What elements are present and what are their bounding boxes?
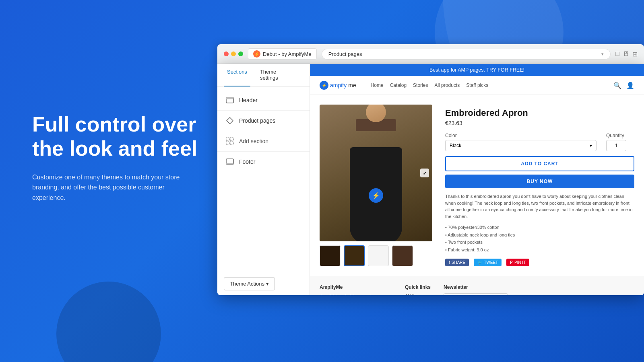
svg-rect-5 (226, 142, 229, 145)
share-facebook-button[interactable]: f SHARE (445, 259, 469, 266)
footer-col3-title: Newsletter (444, 284, 508, 290)
view-icon-2[interactable]: 🖥 (623, 50, 629, 58)
footer-label: Footer (239, 158, 255, 165)
product-bullets: 70% polyester/30% cotton Adjustable neck… (445, 224, 634, 254)
url-arrow-icon: ▾ (601, 51, 604, 57)
expand-button[interactable]: ⤢ (420, 169, 429, 177)
theme-editor-sidebar: Sections Theme settings Header (217, 64, 310, 295)
theme-name-label: Debut - by AmpifyMe (263, 51, 312, 57)
thumbnail-4[interactable] (392, 245, 413, 266)
svg-rect-3 (226, 138, 229, 141)
logo-text-blue: ampify (330, 82, 347, 88)
store-logo: ⚡ ampifyme (320, 81, 356, 90)
tab-theme-settings[interactable]: Theme settings (257, 64, 297, 86)
apron-silhouette: ⚡ (350, 147, 402, 241)
color-value: Black (450, 143, 461, 148)
product-options: Color Black ▾ Quantity 1 (445, 133, 634, 151)
store-nav-links: Home Catalog Stories All products Staff … (371, 82, 489, 88)
browser-chrome: ⚡ Debut - by AmpifyMe Product pages ▾ □ … (217, 44, 644, 64)
svg-rect-6 (230, 142, 233, 145)
share-pinterest-button[interactable]: P PIN IT (506, 259, 529, 266)
store-footer: AmpifyMe AmpifyMe is helping merchants c… (310, 276, 644, 295)
add-to-cart-button[interactable]: ADD TO CART (445, 156, 634, 171)
view-icon-3[interactable]: ⊞ (632, 50, 638, 58)
qty-option-group: Quantity 1 (606, 133, 634, 151)
product-pages-label: Product pages (239, 117, 275, 124)
sidebar-items-list: Header Product pages (217, 87, 310, 272)
product-price: €23.63 (445, 120, 634, 126)
nav-link-stories[interactable]: Stories (413, 82, 428, 88)
account-icon[interactable]: 👤 (626, 82, 634, 89)
thumbnail-3[interactable] (368, 245, 389, 266)
product-section: ⚡ ⤢ Embro (310, 95, 644, 276)
footer-col-ampifyme: AmpifyMe AmpifyMe is helping merchants c… (320, 284, 392, 295)
product-main-image: ⚡ ⤢ (320, 105, 432, 241)
bullet-3: Two front pockets (445, 239, 634, 246)
share-tw-label: TWEET (484, 260, 498, 265)
sub-text: Customize one of many themes to match yo… (32, 172, 185, 203)
search-icon[interactable]: 🔍 (613, 82, 621, 89)
store-preview-area: Best app for AMP pages. TRY FOR FREE! ⚡ … (310, 64, 644, 295)
maximize-button[interactable] (238, 51, 243, 56)
close-button[interactable] (224, 51, 229, 56)
bullet-4: Fabric weight: 9.0 oz (445, 246, 634, 254)
nav-link-staff-picks[interactable]: Staff picks (466, 82, 488, 88)
view-icon-1[interactable]: □ (615, 50, 619, 58)
window-controls (224, 51, 243, 56)
footer-link-amp[interactable]: AMP (405, 293, 431, 295)
product-description: Thanks to this embroidered apron you don… (445, 193, 634, 220)
footer-col1-title: AmpifyMe (320, 284, 392, 290)
footer-col2-title: Quick links (405, 284, 431, 290)
bullet-1: 70% polyester/30% cotton (445, 224, 634, 231)
nav-link-home[interactable]: Home (371, 82, 384, 88)
color-dropdown-arrow: ▾ (590, 143, 592, 148)
sidebar-item-add-section[interactable]: Add section (217, 131, 310, 152)
product-thumbnails (320, 245, 432, 266)
share-fb-label: SHARE (452, 260, 465, 265)
share-twitter-button[interactable]: 🐦 TWEET (474, 259, 502, 266)
main-heading: Full control over the look and feel (32, 113, 225, 161)
sidebar-item-footer[interactable]: Footer (217, 152, 310, 172)
store-nav-right-icons: 🔍 👤 (613, 82, 634, 89)
twitter-icon: 🐦 (477, 260, 482, 265)
share-pin-label: PIN IT (514, 260, 526, 265)
browser-body: Sections Theme settings Header (217, 64, 644, 295)
sidebar-item-product-pages[interactable]: Product pages (217, 111, 310, 131)
theme-actions-button[interactable]: Theme Actions ▾ (224, 277, 275, 290)
color-select[interactable]: Black ▾ (445, 140, 597, 151)
svg-rect-4 (230, 138, 233, 141)
color-option-group: Color Black ▾ (445, 133, 597, 151)
thumbnail-2[interactable] (344, 245, 365, 266)
url-bar[interactable]: Product pages ▾ (322, 49, 611, 60)
footer-col-newsletter: Newsletter SUBSCRIBE (444, 284, 508, 295)
nav-link-catalog[interactable]: Catalog (390, 82, 407, 88)
header-label: Header (239, 97, 258, 103)
footer-icon (225, 157, 234, 166)
diamond-icon (225, 116, 234, 125)
product-info: Embroidered Apron €23.63 Color Black ▾ (445, 105, 634, 266)
store-preview: ⚡ ampifyme Home Catalog Stories All prod… (310, 76, 644, 295)
sidebar-item-header[interactable]: Header (217, 90, 310, 111)
product-images: ⚡ ⤢ (320, 105, 432, 266)
theme-name-box: ⚡ Debut - by AmpifyMe (248, 48, 317, 60)
left-content-section: Full control over the look and feel Cust… (32, 113, 225, 203)
header-icon (225, 96, 234, 105)
nav-link-all-products[interactable]: All products (434, 82, 460, 88)
add-section-icon (225, 137, 234, 146)
promo-banner: Best app for AMP pages. TRY FOR FREE! (310, 64, 644, 76)
logo-icon: ⚡ (320, 81, 328, 90)
pinterest-icon: P (510, 260, 513, 265)
footer-col1-text: AmpifyMe is helping merchants create the… (320, 293, 392, 295)
sidebar-tabs: Sections Theme settings (217, 64, 310, 87)
apron-logo: ⚡ (369, 188, 383, 203)
newsletter-email-input[interactable] (444, 293, 508, 295)
buy-now-button[interactable]: BUY NOW (445, 175, 634, 188)
qty-input[interactable]: 1 (606, 140, 626, 151)
facebook-icon: f (449, 260, 450, 265)
minimize-button[interactable] (231, 51, 236, 56)
thumbnail-1[interactable] (320, 245, 341, 266)
svg-rect-2 (226, 97, 233, 99)
svg-rect-8 (226, 163, 233, 165)
add-section-label: Add section (239, 138, 268, 144)
tab-sections[interactable]: Sections (224, 64, 250, 86)
